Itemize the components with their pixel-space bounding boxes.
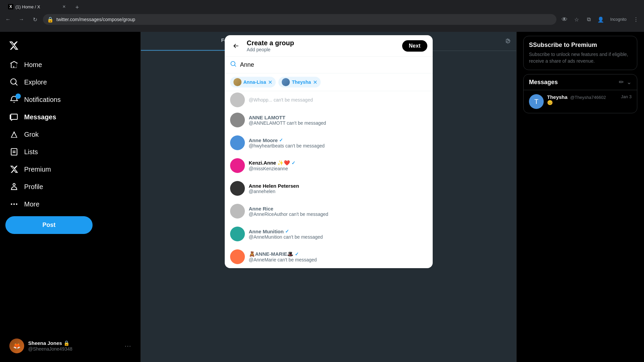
modal-subtitle: Add people — [247, 47, 397, 52]
user-avatar: 🦊 — [9, 339, 24, 353]
sidebar-item-messages[interactable]: Messages — [5, 109, 135, 125]
bookmark-icon[interactable]: ☆ — [571, 14, 582, 25]
result-item-anne-moore[interactable]: Anne Moore ✓ @hwyheartbeats can't be mes… — [225, 131, 433, 154]
sidebar-item-lists[interactable]: Lists — [5, 144, 135, 160]
result-item-anne-marie[interactable]: 🧸ANNE-MARIE🎩 ✓ @AnneMarie can't be messa… — [225, 245, 433, 268]
tab-close-button[interactable]: ✕ — [61, 4, 67, 10]
messages-actions: ✏ ⌄ — [619, 78, 632, 86]
toolbar-actions: 👁 ☆ ⧉ 👤 Incognito ⋮ — [559, 14, 641, 25]
browser-chrome: X (1) Home / X ✕ + ← → ↻ 🔒 twitter.com/m… — [0, 0, 644, 32]
result-handle-anne-marie: @AnneMarie can't be messaged — [249, 257, 427, 262]
sidebar-item-explore[interactable]: Explore — [5, 74, 135, 90]
modal-title: Create a group — [247, 39, 397, 47]
post-button[interactable]: Post — [5, 216, 93, 234]
result-avatar-anne-lamott — [230, 113, 245, 127]
sidebar-label-more: More — [24, 200, 40, 208]
sidebar-item-more[interactable]: More — [5, 196, 135, 212]
modal-back-button[interactable] — [230, 40, 241, 52]
refresh-button[interactable]: ↻ — [30, 14, 40, 25]
sidebar-item-premium[interactable]: Premium — [5, 161, 135, 177]
result-name-anne-munition: Anne Munition ✓ — [249, 229, 427, 234]
result-item-partial: @Whopp... can't be messaged — [225, 91, 433, 109]
user-menu-dots[interactable]: ⋯ — [124, 342, 131, 350]
create-group-modal: Create a group Add people Next — [225, 35, 433, 268]
back-button[interactable]: ← — [3, 14, 13, 25]
result-handle-partial: @Whopp... can't be messaged — [249, 97, 427, 103]
modal-next-button[interactable]: Next — [402, 40, 427, 52]
msg-preview-theysha: 😊 — [547, 100, 632, 105]
lock-icon: 🔒 — [47, 16, 54, 23]
profile-icon[interactable]: 👤 — [595, 14, 606, 25]
subscribe-box: SSubscribe to Premium Subscribe to unloc… — [523, 36, 637, 70]
messages-section: Messages ✏ ⌄ T Theysha @Theysha746602 Ja… — [523, 74, 637, 113]
selected-chips-area: Anna-Lisa ✕ Theysha ✕ — [225, 73, 433, 91]
msg-info-theysha: Theysha @Theysha746602 Jan 3 😊 — [547, 94, 632, 109]
sidebar-item-notifications[interactable]: Notifications — [5, 92, 135, 108]
sidebar-label-grok: Grok — [24, 131, 39, 138]
url-text: twitter.com/messages/compose/group — [56, 17, 552, 22]
search-input[interactable] — [240, 61, 427, 68]
x-logo[interactable] — [5, 37, 22, 54]
write-message-icon[interactable]: ✏ — [619, 78, 624, 86]
result-avatar-anne-munition — [230, 227, 245, 241]
sidebar-item-profile[interactable]: Profile — [5, 179, 135, 195]
result-item-anne-helen[interactable]: Anne Helen Petersen @annehelen — [225, 177, 433, 200]
result-item-anne-rice[interactable]: Anne Rice @AnneRiceAuthor can't be messa… — [225, 200, 433, 223]
result-info-anne-lamott: ANNE LAMOTT @ANNELAMOTT can't be message… — [249, 115, 427, 126]
app-container: Home Explore Notifications Messages — [0, 32, 644, 362]
modal-overlay: Create a group Add people Next — [141, 32, 516, 362]
messages-icon — [9, 112, 19, 122]
result-info-anne-helen: Anne Helen Petersen @annehelen — [249, 183, 427, 194]
selected-chip-theysha[interactable]: Theysha ✕ — [278, 77, 321, 87]
menu-button[interactable]: ⋮ — [631, 14, 641, 25]
result-info-partial: @Whopp... can't be messaged — [249, 97, 427, 103]
new-tab-button[interactable]: + — [72, 3, 82, 12]
result-item-anne-lamott[interactable]: ANNE LAMOTT @ANNELAMOTT can't be message… — [225, 109, 433, 131]
sidebar-label-messages: Messages — [24, 113, 56, 121]
verified-badge-munition: ✓ — [285, 229, 289, 234]
result-item-kenzi-anne[interactable]: Kenzi.Anne ✨❤️ ✓ @missKenzieanne — [225, 154, 433, 177]
eye-off-icon[interactable]: 👁 — [559, 14, 570, 25]
user-handle: @SheenaJone49348 — [28, 346, 120, 352]
result-handle-kenzi-anne: @missKenzieanne — [249, 166, 427, 171]
result-handle-anne-moore: @hwyheartbeats can't be messaged — [249, 143, 427, 148]
msg-name-row-theysha: Theysha @Theysha746602 Jan 3 — [547, 94, 632, 100]
address-bar[interactable]: 🔒 twitter.com/messages/compose/group — [43, 14, 556, 25]
result-info-anne-marie: 🧸ANNE-MARIE🎩 ✓ @AnneMarie can't be messa… — [249, 251, 427, 262]
result-handle-anne-lamott: @ANNELAMOTT can't be messaged — [249, 120, 427, 126]
result-item-anne-munition[interactable]: Anne Munition ✓ @AnneMunition can't be m… — [225, 223, 433, 245]
result-info-anne-rice: Anne Rice @AnneRiceAuthor can't be messa… — [249, 206, 427, 217]
result-avatar-partial — [230, 93, 245, 107]
sidebar-item-grok[interactable]: Grok — [5, 126, 135, 142]
message-item-theysha[interactable]: T Theysha @Theysha746602 Jan 3 😊 — [524, 90, 637, 113]
incognito-label: Incognito — [607, 14, 629, 25]
result-avatar-kenzi-anne — [230, 158, 245, 173]
selected-chip-anna-lisa[interactable]: Anna-Lisa ✕ — [230, 77, 276, 87]
tab-favicon: X — [8, 4, 13, 9]
extension-icon[interactable]: ⧉ — [583, 14, 594, 25]
premium-icon — [9, 165, 19, 174]
subscribe-title: SSubscribe to Premium — [529, 42, 632, 49]
modal-search-area — [225, 57, 433, 73]
chevron-down-icon[interactable]: ⌄ — [627, 78, 632, 86]
chip-avatar-anna-lisa — [233, 78, 241, 86]
sidebar-item-home[interactable]: Home — [5, 57, 135, 73]
home-icon — [9, 60, 19, 69]
messages-header: Messages ✏ ⌄ — [524, 74, 637, 90]
active-tab[interactable]: X (1) Home / X ✕ — [4, 1, 71, 12]
sidebar-label-notifications: Notifications — [24, 96, 61, 104]
sidebar-label-explore: Explore — [24, 78, 47, 86]
verified-badge-kenzi: ✓ — [291, 160, 296, 166]
user-info: Sheena Jones 🔒 @SheenaJone49348 — [28, 340, 120, 352]
forward-button[interactable]: → — [16, 14, 27, 25]
result-avatar-anne-marie — [230, 249, 245, 264]
user-profile[interactable]: 🦊 Sheena Jones 🔒 @SheenaJone49348 ⋯ — [5, 335, 135, 357]
result-handle-anne-helen: @annehelen — [249, 189, 427, 194]
chip-close-theysha[interactable]: ✕ — [313, 79, 317, 85]
msg-handle-theysha: @Theysha746602 — [570, 95, 606, 100]
sidebar-label-lists: Lists — [24, 148, 38, 156]
chip-label-theysha: Theysha — [292, 79, 311, 85]
chip-close-anna-lisa[interactable]: ✕ — [268, 79, 272, 85]
result-info-kenzi-anne: Kenzi.Anne ✨❤️ ✓ @missKenzieanne — [249, 160, 427, 171]
center-content: For you Following Create a group Add peo… — [141, 32, 517, 362]
